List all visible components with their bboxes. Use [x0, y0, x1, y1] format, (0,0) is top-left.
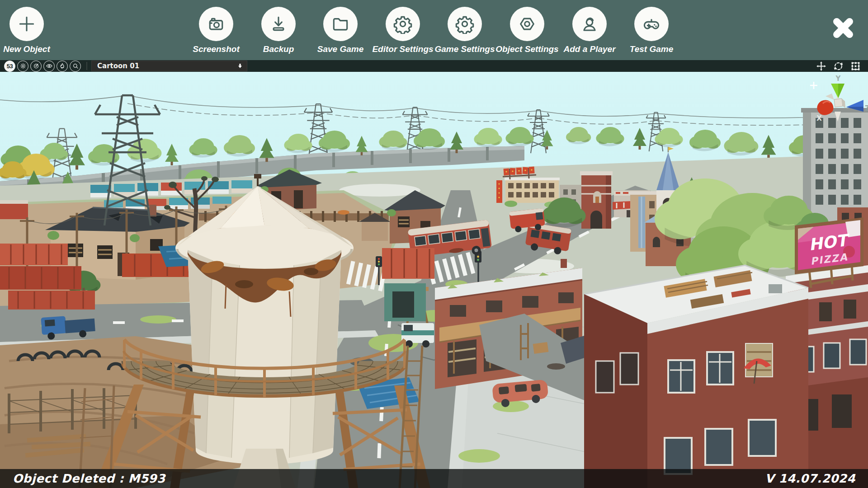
toolbar-label: New Object [3, 44, 50, 54]
gamepad-icon [634, 7, 669, 41]
nut-icon [510, 7, 544, 41]
backup-button[interactable]: Backup [247, 7, 310, 54]
toolbar-label: Test Game [630, 44, 673, 54]
toolbar-label: Object Settings [495, 44, 558, 54]
status-message: Object Deleted : M593 [13, 472, 165, 485]
light-sun-icon[interactable] [17, 61, 28, 72]
version-label: V 14.07.2024 [765, 472, 855, 485]
test-game-button[interactable]: Test Game [620, 7, 683, 54]
toolbar-label: Backup [263, 44, 294, 54]
brick-tower[interactable] [580, 171, 613, 229]
plus-icon [9, 7, 44, 41]
add-player-button[interactable]: Add a Player [558, 7, 621, 54]
flame-effects-icon[interactable] [57, 61, 68, 72]
corner-building[interactable] [584, 265, 808, 488]
toolbar-label: Add a Player [563, 44, 615, 54]
visibility-eye-icon[interactable] [43, 61, 55, 72]
main-toolbar: New Object Screenshot Backup Save Game E… [0, 0, 868, 60]
transform-tools [816, 61, 861, 72]
scene-viewport[interactable]: HOT PIZZA [0, 72, 868, 488]
game-editor-window: New Object Screenshot Backup Save Game E… [0, 0, 868, 488]
style-dropdown-value: Cartoon 01 [97, 62, 237, 70]
close-button[interactable] [829, 14, 857, 42]
game-settings-button[interactable]: Game Settings [433, 7, 496, 54]
toolbar-label: Editor Settings [372, 44, 433, 54]
water-tower-tank [188, 250, 341, 464]
search-icon[interactable] [70, 61, 81, 72]
person-icon [572, 7, 607, 41]
download-icon [261, 7, 296, 41]
play-speed-icon[interactable] [30, 61, 42, 72]
toolbar-label: Save Game [317, 44, 363, 54]
gizmo-y-label: Y [835, 75, 841, 83]
move-tool-icon[interactable] [816, 61, 827, 72]
gizmo-x-label: X [816, 114, 822, 122]
gear-icon [448, 7, 482, 41]
scale-bounds-tool-icon[interactable] [850, 61, 861, 72]
toolbar-label: Screenshot [193, 44, 239, 54]
toolbar-separator [86, 62, 87, 70]
toolbar-label: Game Settings [434, 44, 495, 54]
gear-icon [386, 7, 420, 41]
object-settings-button[interactable]: Object Settings [495, 7, 559, 54]
camera-icon [199, 7, 233, 41]
close-icon [829, 14, 857, 42]
scene-canvas: HOT PIZZA [0, 72, 868, 488]
view-options-bar: 53 Cartoon 01 [0, 60, 868, 72]
object-count-badge[interactable]: 53 [4, 61, 15, 72]
status-bar: Object Deleted : M593 V 14.07.2024 [0, 469, 868, 488]
style-dropdown[interactable]: Cartoon 01 [91, 61, 247, 71]
save-game-button[interactable]: Save Game [309, 7, 372, 54]
new-object-button[interactable]: New Object [0, 7, 58, 54]
screenshot-button[interactable]: Screenshot [184, 7, 248, 54]
object-count: 53 [7, 63, 13, 70]
folder-icon [323, 7, 358, 41]
editor-settings-button[interactable]: Editor Settings [371, 7, 434, 54]
dropdown-arrow-icon [237, 62, 243, 70]
gizmo-z-label: Z [865, 104, 868, 113]
rotate-tool-icon[interactable] [833, 61, 844, 72]
